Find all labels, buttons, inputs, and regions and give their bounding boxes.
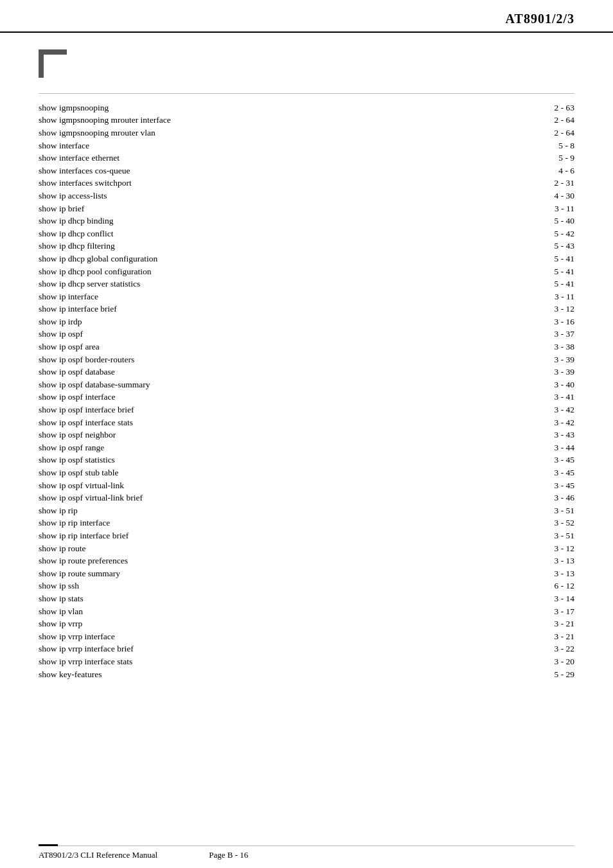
toc-entry-page: 3 - 17 bbox=[438, 605, 574, 618]
toc-entry-page: 3 - 51 bbox=[438, 529, 574, 542]
toc-entry-page: 3 - 52 bbox=[438, 517, 574, 530]
toc-entry-label: show ip ospf database bbox=[39, 366, 438, 378]
toc-entry-label: show ip dhcp global configuration bbox=[39, 252, 438, 265]
toc-entry-label: show interfaces switchport bbox=[39, 177, 438, 190]
toc-entry-page: 5 - 41 bbox=[438, 265, 574, 278]
toc-row: show ip ospf virtual-link brief3 - 46 bbox=[39, 492, 574, 504]
toc-entry-page: 5 - 41 bbox=[438, 278, 574, 290]
logo-area bbox=[0, 33, 613, 80]
toc-entry-label: show ip dhcp filtering bbox=[39, 240, 438, 253]
toc-entry-page: 3 - 40 bbox=[438, 378, 574, 391]
toc-row: show ip route preferences3 - 13 bbox=[39, 554, 574, 567]
page-header: AT8901/2/3 bbox=[0, 0, 613, 33]
toc-row: show ip access-lists4 - 30 bbox=[39, 190, 574, 202]
footer-separator bbox=[39, 846, 574, 846]
toc-entry-label: show ip ospf statistics bbox=[39, 454, 438, 467]
toc-entry-page: 2 - 31 bbox=[438, 177, 574, 190]
toc-row: show ip ospf interface stats3 - 42 bbox=[39, 416, 574, 429]
toc-row: show ip stats3 - 14 bbox=[39, 592, 574, 605]
toc-row: show ip ospf3 - 37 bbox=[39, 328, 574, 341]
toc-entry-label: show ip ospf interface stats bbox=[39, 416, 438, 429]
toc-row: show ip ospf statistics3 - 45 bbox=[39, 454, 574, 467]
toc-entry-page: 3 - 20 bbox=[438, 655, 574, 668]
toc-row: show ip ospf area3 - 38 bbox=[39, 341, 574, 353]
toc-row: show ip dhcp pool configuration5 - 41 bbox=[39, 265, 574, 278]
toc-entry-page: 3 - 39 bbox=[438, 353, 574, 366]
toc-entry-label: show ip route summary bbox=[39, 567, 438, 580]
toc-row: show ip rip interface3 - 52 bbox=[39, 517, 574, 530]
toc-row: show ip ospf neighbor3 - 43 bbox=[39, 429, 574, 441]
toc-row: show ip ospf range3 - 44 bbox=[39, 441, 574, 454]
toc-entry-label: show key-features bbox=[39, 668, 438, 681]
footer-page-number: Page B - 16 bbox=[209, 850, 248, 860]
toc-row: show ip vrrp3 - 21 bbox=[39, 617, 574, 630]
toc-entry-label: show ip access-lists bbox=[39, 190, 438, 202]
toc-row: show ip irdp3 - 16 bbox=[39, 315, 574, 328]
toc-entry-page: 3 - 42 bbox=[438, 416, 574, 429]
toc-row: show ip ospf interface3 - 41 bbox=[39, 391, 574, 404]
toc-entry-label: show ip route bbox=[39, 542, 438, 555]
toc-entry-label: show ip rip bbox=[39, 504, 438, 517]
toc-entry-label: show ip stats bbox=[39, 592, 438, 605]
toc-entry-page: 4 - 6 bbox=[438, 164, 574, 177]
toc-entry-label: show igmpsnooping bbox=[39, 102, 438, 114]
toc-entry-page: 2 - 64 bbox=[438, 127, 574, 139]
toc-entry-page: 5 - 40 bbox=[438, 215, 574, 227]
toc-entry-page: 3 - 46 bbox=[438, 492, 574, 504]
toc-row: show ip interface brief3 - 12 bbox=[39, 303, 574, 316]
toc-row: show interfaces cos-queue4 - 6 bbox=[39, 164, 574, 177]
toc-row: show ip ospf stub table3 - 45 bbox=[39, 466, 574, 479]
toc-entry-page: 3 - 39 bbox=[438, 366, 574, 378]
toc-entry-page: 3 - 22 bbox=[438, 643, 574, 656]
toc-entry-page: 3 - 16 bbox=[438, 315, 574, 328]
toc-entry-label: show ip ospf neighbor bbox=[39, 429, 438, 441]
toc-entry-page: 3 - 13 bbox=[438, 567, 574, 580]
toc-entry-label: show ip ospf stub table bbox=[39, 466, 438, 479]
toc-entry-label: show ip route preferences bbox=[39, 554, 438, 567]
toc-entry-page: 3 - 21 bbox=[438, 630, 574, 643]
toc-entry-page: 5 - 8 bbox=[438, 139, 574, 152]
toc-entry-label: show ip ospf database-summary bbox=[39, 378, 438, 391]
toc-entry-page: 3 - 51 bbox=[438, 504, 574, 517]
toc-entry-page: 3 - 38 bbox=[438, 341, 574, 353]
toc-content: show igmpsnooping2 - 63show igmpsnooping… bbox=[0, 94, 613, 706]
toc-row: show ip dhcp conflict5 - 42 bbox=[39, 227, 574, 240]
toc-entry-page: 3 - 43 bbox=[438, 429, 574, 441]
toc-entry-label: show ip vrrp interface bbox=[39, 630, 438, 643]
toc-entry-label: show ip ospf border-routers bbox=[39, 353, 438, 366]
toc-row: show ip ospf database3 - 39 bbox=[39, 366, 574, 378]
toc-entry-label: show ip interface brief bbox=[39, 303, 438, 316]
toc-row: show ip brief3 - 11 bbox=[39, 202, 574, 215]
toc-row: show ip interface3 - 11 bbox=[39, 290, 574, 303]
toc-entry-page: 3 - 13 bbox=[438, 554, 574, 567]
toc-row: show ip vrrp interface3 - 21 bbox=[39, 630, 574, 643]
toc-entry-page: 2 - 63 bbox=[438, 102, 574, 114]
toc-row: show ip route3 - 12 bbox=[39, 542, 574, 555]
toc-entry-label: show ip ospf interface brief bbox=[39, 403, 438, 416]
toc-row: show ip rip interface brief3 - 51 bbox=[39, 529, 574, 542]
toc-entry-page: 3 - 37 bbox=[438, 328, 574, 341]
toc-entry-page: 3 - 14 bbox=[438, 592, 574, 605]
toc-entry-page: 3 - 12 bbox=[438, 303, 574, 316]
toc-row: show interface5 - 8 bbox=[39, 139, 574, 152]
toc-entry-label: show ip vlan bbox=[39, 605, 438, 618]
toc-entry-label: show interface ethernet bbox=[39, 152, 438, 164]
footer-accent-bar bbox=[39, 844, 58, 846]
toc-row: show ip rip3 - 51 bbox=[39, 504, 574, 517]
toc-entry-label: show ip dhcp conflict bbox=[39, 227, 438, 240]
toc-entry-page: 5 - 43 bbox=[438, 240, 574, 253]
toc-row: show ip dhcp binding5 - 40 bbox=[39, 215, 574, 227]
toc-entry-page: 3 - 42 bbox=[438, 403, 574, 416]
toc-entry-page: 5 - 41 bbox=[438, 252, 574, 265]
toc-row: show igmpsnooping2 - 63 bbox=[39, 102, 574, 114]
toc-entry-label: show interfaces cos-queue bbox=[39, 164, 438, 177]
toc-entry-label: show ip ospf range bbox=[39, 441, 438, 454]
toc-entry-label: show igmpsnooping mrouter vlan bbox=[39, 127, 438, 139]
toc-entry-page: 5 - 9 bbox=[438, 152, 574, 164]
footer-manual-title: AT8901/2/3 CLI Reference Manual bbox=[39, 850, 157, 860]
footer-text-area: AT8901/2/3 CLI Reference Manual Page B -… bbox=[39, 850, 574, 860]
toc-entry-page: 3 - 12 bbox=[438, 542, 574, 555]
toc-row: show igmpsnooping mrouter interface2 - 6… bbox=[39, 114, 574, 127]
toc-row: show interface ethernet5 - 9 bbox=[39, 152, 574, 164]
toc-row: show ip ssh6 - 12 bbox=[39, 580, 574, 593]
